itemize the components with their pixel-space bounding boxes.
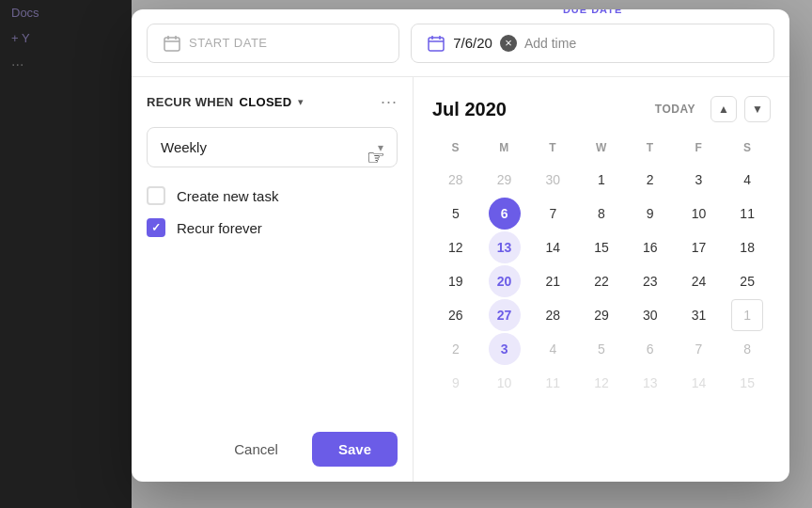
cal-day-22[interactable]: 22 — [586, 265, 617, 297]
cal-day-6-next[interactable]: 6 — [634, 333, 666, 365]
cal-day-13-highlighted[interactable]: 13 — [489, 231, 521, 263]
dow-sun: S — [432, 137, 479, 162]
dow-fri: F — [676, 137, 723, 162]
svg-rect-0 — [164, 38, 180, 51]
cal-day-27-highlighted[interactable]: 27 — [489, 299, 521, 331]
cal-day-8-next[interactable]: 8 — [731, 333, 763, 365]
cal-day-7-next[interactable]: 7 — [682, 333, 714, 365]
cal-day-11[interactable]: 11 — [731, 198, 763, 230]
cal-day-12[interactable]: 12 — [440, 231, 472, 263]
cal-day-21[interactable]: 21 — [537, 265, 569, 297]
calendar-nav: Jul 2020 TODAY ▲ ▼ — [432, 96, 771, 122]
start-date-label: START DATE — [189, 36, 268, 50]
cal-day-16[interactable]: 16 — [634, 231, 666, 263]
cal-day-2[interactable]: 2 — [634, 164, 666, 196]
calendar-month-year: Jul 2020 — [432, 99, 507, 120]
recur-title-bold: CLOSED — [240, 95, 292, 109]
recur-title-normal: RECUR WHEN — [147, 95, 234, 109]
calendar-nav-right: TODAY ▲ ▼ — [648, 96, 771, 122]
due-date-clear-button[interactable] — [500, 35, 517, 52]
calendar-icon-start — [163, 34, 181, 53]
dow-thu: T — [627, 137, 674, 162]
dropdown-chevron-icon: ▾ — [378, 141, 383, 154]
cal-day-2-next[interactable]: 2 — [440, 333, 472, 365]
cal-day-30-prev[interactable]: 30 — [537, 164, 569, 196]
cal-day-14-next[interactable]: 14 — [682, 367, 714, 399]
cal-day-10[interactable]: 10 — [682, 198, 714, 230]
dropdown-selected-value: Weekly — [161, 139, 207, 155]
cal-day-25[interactable]: 25 — [731, 265, 763, 297]
cal-day-1[interactable]: 1 — [586, 164, 617, 196]
calendar-next-button[interactable]: ▼ — [744, 96, 771, 122]
start-date-field[interactable]: START DATE — [147, 24, 399, 63]
cal-day-18[interactable]: 18 — [731, 231, 763, 263]
cal-day-28[interactable]: 28 — [537, 299, 569, 331]
modal-footer: Cancel Save — [147, 432, 398, 467]
create-new-task-label: Create new task — [177, 188, 278, 204]
cal-day-17[interactable]: 17 — [682, 231, 714, 263]
dow-tue: T — [529, 137, 576, 162]
cal-day-9[interactable]: 9 — [634, 198, 666, 230]
cal-day-6-selected[interactable]: 6 — [489, 198, 521, 230]
svg-rect-4 — [429, 38, 444, 51]
dow-mon: M — [481, 137, 528, 162]
cal-day-11-next[interactable]: 11 — [537, 367, 569, 399]
dow-sat: S — [724, 137, 771, 162]
cal-day-5-next[interactable]: 5 — [586, 333, 617, 365]
recur-more-options[interactable]: ··· — [381, 92, 398, 112]
cal-day-30[interactable]: 30 — [634, 299, 666, 331]
save-button[interactable]: Save — [312, 432, 398, 467]
cal-day-28-prev[interactable]: 28 — [440, 164, 472, 196]
calendar-panel: Jul 2020 TODAY ▲ ▼ S M T W T F S 28 29 — [414, 77, 789, 482]
cal-day-4-next[interactable]: 4 — [537, 333, 569, 365]
due-date-label-above: DUE DATE — [563, 9, 622, 15]
recur-forever-label: Recur forever — [177, 220, 262, 236]
recur-forever-checkbox[interactable] — [147, 218, 165, 237]
calendar-icon-due — [427, 34, 445, 53]
due-date-value: 7/6/20 — [453, 35, 492, 51]
cal-day-29[interactable]: 29 — [586, 299, 617, 331]
calendar-grid: S M T W T F S 28 29 30 1 2 3 4 5 6 7 8 — [432, 137, 771, 399]
create-new-task-item: Create new task — [147, 186, 398, 205]
cal-day-3[interactable]: 3 — [682, 164, 714, 196]
cal-day-12-next[interactable]: 12 — [586, 367, 617, 399]
modal-dialog: START DATE DUE DATE 7/6/20 Add time RECU… — [132, 9, 789, 482]
cancel-button[interactable]: Cancel — [211, 432, 301, 467]
cal-day-5[interactable]: 5 — [440, 198, 472, 230]
recur-title: RECUR WHEN CLOSED ▾ — [147, 95, 304, 109]
cal-day-9-next[interactable]: 9 — [440, 367, 472, 399]
modal-body: RECUR WHEN CLOSED ▾ ··· Weekly ▾ Create … — [132, 77, 789, 482]
cal-day-15[interactable]: 15 — [586, 231, 617, 263]
today-button[interactable]: TODAY — [648, 99, 703, 119]
create-new-task-checkbox[interactable] — [147, 186, 165, 205]
recur-chevron-icon[interactable]: ▾ — [298, 96, 304, 108]
cal-day-7[interactable]: 7 — [537, 198, 569, 230]
cal-day-20-highlighted[interactable]: 20 — [489, 265, 521, 297]
left-panel: RECUR WHEN CLOSED ▾ ··· Weekly ▾ Create … — [132, 77, 414, 482]
cal-day-31[interactable]: 31 — [682, 299, 714, 331]
recur-forever-item: Recur forever — [147, 218, 398, 237]
recur-header: RECUR WHEN CLOSED ▾ ··· — [147, 92, 398, 112]
cal-day-26[interactable]: 26 — [440, 299, 472, 331]
due-date-field[interactable]: DUE DATE 7/6/20 Add time — [411, 24, 774, 63]
cal-day-8[interactable]: 8 — [586, 198, 617, 230]
cal-day-24[interactable]: 24 — [682, 265, 714, 297]
recur-frequency-dropdown[interactable]: Weekly ▾ — [147, 127, 398, 167]
cal-day-19[interactable]: 19 — [440, 265, 472, 297]
calendar-prev-button[interactable]: ▲ — [710, 96, 737, 122]
cal-day-4[interactable]: 4 — [731, 164, 763, 196]
cal-day-13-next[interactable]: 13 — [634, 367, 666, 399]
cal-day-14[interactable]: 14 — [537, 231, 569, 263]
cal-day-29-prev[interactable]: 29 — [489, 164, 521, 196]
cal-day-3-highlighted[interactable]: 3 — [489, 333, 521, 365]
cal-day-15-next[interactable]: 15 — [731, 367, 763, 399]
cal-day-1-next-boxed[interactable]: 1 — [731, 299, 763, 331]
dow-wed: W — [578, 137, 625, 162]
cal-day-10-next[interactable]: 10 — [489, 367, 521, 399]
cal-day-23[interactable]: 23 — [634, 265, 666, 297]
modal-header: START DATE DUE DATE 7/6/20 Add time — [132, 9, 789, 77]
add-time-text[interactable]: Add time — [524, 36, 576, 51]
